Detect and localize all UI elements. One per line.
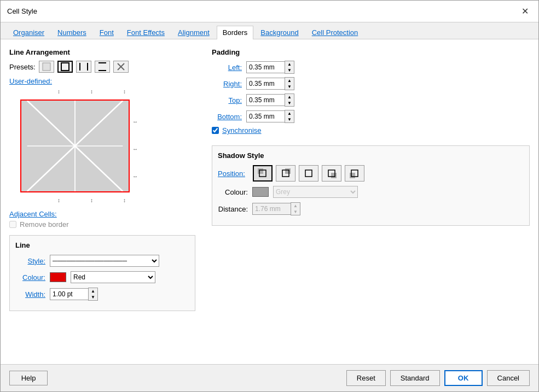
shadow-distance-row: Distance: ▲ ▼ — [218, 202, 524, 215]
arrow-bottom-right[interactable]: ↕ — [123, 197, 126, 203]
padding-right-decrement[interactable]: ▼ — [285, 84, 294, 90]
line-colour-row: Colour: Red Black Blue Green — [15, 271, 189, 283]
ok-button[interactable]: OK — [444, 370, 483, 386]
svg-rect-18 — [331, 173, 337, 178]
padding-left-buttons: ▲ ▼ — [285, 61, 294, 74]
padding-bottom-buttons: ▲ ▼ — [285, 110, 294, 123]
arrow-top-center[interactable]: ↕ — [90, 89, 93, 95]
synchronise-label: Synchronise — [222, 126, 262, 134]
width-spinner-buttons: ▲ ▼ — [88, 288, 98, 301]
shadow-pos-none-button[interactable] — [299, 165, 318, 182]
shadow-distance-buttons: ▲ ▼ — [291, 202, 300, 215]
shadow-colour-row: Colour: Grey Black White — [218, 186, 524, 198]
tab-font-effects[interactable]: Font Effects — [121, 26, 171, 39]
shadow-distance-decrement[interactable]: ▼ — [291, 209, 300, 215]
tab-font[interactable]: Font — [94, 26, 120, 39]
padding-right-buttons: ▲ ▼ — [285, 77, 294, 90]
line-style-select[interactable]: ──────────────── - - - - - - - - - - · ·… — [50, 255, 159, 267]
padding-top-buttons: ▲ ▼ — [285, 93, 294, 107]
padding-right-label: Right: — [212, 80, 242, 88]
adjacent-section: Adjacent Cells: Remove border — [9, 210, 195, 229]
help-button[interactable]: Help — [9, 371, 48, 385]
remove-border-checkbox[interactable] — [9, 221, 16, 228]
line-arrangement-section: Line Arrangement Presets: — [9, 48, 195, 203]
arrow-right-mid[interactable]: ↔ — [132, 146, 138, 152]
shadow-pos-bottomright-button[interactable] — [322, 165, 341, 182]
adjacent-label: Adjacent Cells: — [9, 210, 195, 218]
close-button[interactable]: ✕ — [518, 5, 532, 17]
reset-button[interactable]: Reset — [346, 370, 386, 386]
svg-rect-15 — [285, 168, 291, 174]
padding-bottom-decrement[interactable]: ▼ — [285, 116, 294, 122]
tab-borders[interactable]: Borders — [217, 26, 254, 39]
preset-box-button[interactable] — [57, 61, 73, 73]
padding-right-increment[interactable]: ▲ — [285, 78, 294, 84]
presets-row: Presets: — [9, 61, 195, 73]
width-input[interactable] — [50, 288, 88, 300]
padding-left-increment[interactable]: ▲ — [285, 61, 294, 67]
tab-organiser[interactable]: Organiser — [7, 26, 50, 39]
footer-right: Reset Standard OK Cancel — [346, 370, 530, 386]
preset-left-right-button[interactable] — [76, 61, 91, 73]
line-section-title: Line — [15, 241, 189, 249]
shadow-colour-select[interactable]: Grey Black White — [273, 186, 358, 198]
shadow-distance-spinner: ▲ ▼ — [252, 202, 300, 215]
footer-left: Help — [9, 371, 48, 385]
padding-bottom-input[interactable] — [246, 110, 285, 122]
shadow-pos-topright-button[interactable] — [276, 165, 295, 182]
arrow-top-right[interactable]: ↕ — [123, 89, 126, 95]
synchronise-row: Synchronise — [212, 126, 530, 134]
padding-title: Padding — [212, 48, 530, 56]
shadow-distance-input[interactable] — [252, 203, 291, 215]
shadow-colour-swatch — [252, 187, 269, 197]
width-label: Width: — [15, 290, 45, 299]
arrow-top-left[interactable]: ↕ — [57, 89, 60, 95]
shadow-distance-increment[interactable]: ▲ — [291, 203, 300, 209]
border-preview[interactable] — [20, 100, 130, 192]
preset-clear-button[interactable] — [113, 61, 129, 73]
padding-top-input[interactable] — [246, 94, 285, 106]
arrow-bottom-left[interactable]: ↕ — [57, 197, 60, 203]
padding-bottom-increment[interactable]: ▲ — [285, 110, 294, 116]
padding-section: Padding Left: ▲ ▼ — [212, 48, 530, 134]
shadow-distance-label: Distance: — [218, 205, 248, 213]
cancel-button[interactable]: Cancel — [487, 370, 530, 386]
padding-top-decrement[interactable]: ▼ — [285, 100, 294, 106]
shadow-position-row: Position: — [218, 165, 524, 182]
line-colour-select[interactable]: Red Black Blue Green — [71, 271, 155, 283]
padding-right-input[interactable] — [246, 78, 285, 90]
right-column: Padding Left: ▲ ▼ — [212, 48, 530, 355]
padding-top-row: Top: ▲ ▼ — [212, 93, 530, 107]
width-decrement[interactable]: ▼ — [89, 294, 97, 300]
standard-button[interactable]: Standard — [390, 370, 440, 386]
padding-top-increment[interactable]: ▲ — [285, 94, 294, 100]
arrow-right-top[interactable]: ↔ — [132, 119, 138, 125]
shadow-pos-bottomleft-button[interactable] — [345, 165, 364, 182]
padding-left-decrement[interactable]: ▼ — [285, 67, 294, 73]
padding-bottom-spinner: ▲ ▼ — [246, 110, 294, 123]
padding-left-input[interactable] — [246, 61, 285, 73]
tab-background[interactable]: Background — [254, 26, 304, 39]
border-preview-wrap: ↕ ↕ ↕ ↔ ↔ ↔ ↔ ↔ ↔ ↕ ↕ ↕ — [9, 89, 141, 203]
synchronise-checkbox[interactable] — [212, 127, 219, 134]
tab-cell-protection[interactable]: Cell Protection — [306, 26, 364, 39]
dialog-title: Cell Style — [7, 7, 37, 15]
width-increment[interactable]: ▲ — [89, 288, 97, 294]
remove-border-row: Remove border — [9, 220, 195, 229]
title-bar: Cell Style ✕ — [1, 1, 538, 22]
padding-top-spinner: ▲ ▼ — [246, 93, 294, 107]
width-spinner: ▲ ▼ — [50, 288, 98, 301]
tab-alignment[interactable]: Alignment — [172, 26, 216, 39]
arrow-right-bot[interactable]: ↔ — [132, 173, 138, 179]
style-label: Style: — [15, 257, 45, 265]
svg-rect-0 — [43, 63, 50, 71]
arrow-bottom-center[interactable]: ↕ — [90, 197, 93, 203]
preset-top-bottom-button[interactable] — [95, 61, 110, 73]
tab-numbers[interactable]: Numbers — [51, 26, 92, 39]
padding-right-row: Right: ▲ ▼ — [212, 77, 530, 90]
line-section: Line Style: ──────────────── - - - - - -… — [9, 235, 195, 311]
preset-none-button[interactable] — [39, 61, 54, 73]
colour-swatch — [50, 272, 66, 282]
padding-bottom-row: Bottom: ▲ ▼ — [212, 110, 530, 123]
shadow-pos-topleft-button[interactable] — [253, 165, 273, 182]
